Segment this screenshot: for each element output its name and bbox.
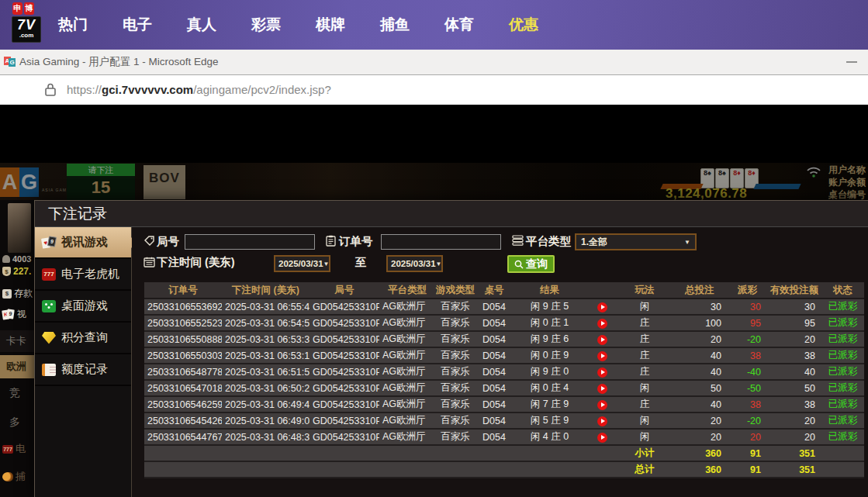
col-bet: 总投注 xyxy=(672,282,728,299)
cell-status: 已派彩 xyxy=(821,347,864,364)
to-label: 至 xyxy=(355,255,367,270)
cell-status: 已派彩 xyxy=(821,396,864,412)
cell-valid: 38 xyxy=(767,396,821,412)
sidebar-item-quota-records[interactable]: 额度记录 xyxy=(35,354,131,386)
cards-icon: ♥9 xyxy=(42,236,56,249)
bet-time-label: 下注时间 (美东) xyxy=(157,255,235,270)
cell-order: 250331065447670 xyxy=(144,429,222,445)
site-logo[interactable]: 申 博 7V .com xyxy=(12,2,41,43)
replay-cell xyxy=(586,347,617,364)
cell-status: 已派彩 xyxy=(821,315,864,331)
cell-valid: 40 xyxy=(767,364,821,380)
sidebar-item-slots[interactable]: 777 电子老虎机 xyxy=(35,259,131,291)
minimize-button[interactable] xyxy=(846,61,857,63)
bet-records-modal: 下注记录 ♥9 视讯游戏 777 电子老虎机 桌面游戏 xyxy=(34,200,868,497)
play-icon[interactable] xyxy=(597,384,607,394)
cell-status: 已派彩 xyxy=(821,299,864,315)
cell-result: 闲 4 庄 0 xyxy=(513,429,586,445)
url-text[interactable]: https://gci.7vvvvvv.com/agingame/pcv2/in… xyxy=(67,75,331,105)
nav-item-slots[interactable]: 电子 xyxy=(123,15,152,35)
nav-item-sports[interactable]: 体育 xyxy=(444,15,474,35)
nav-item-live[interactable]: 真人 xyxy=(187,15,216,35)
cell-game: 百家乐 xyxy=(435,380,475,396)
avatar xyxy=(8,203,31,253)
play-icon[interactable] xyxy=(597,416,607,426)
video-games-row[interactable]: K9 视 xyxy=(2,308,26,321)
cell-table_no: D054 xyxy=(475,429,513,445)
duo-row[interactable]: 多 xyxy=(9,416,20,430)
play-icon[interactable] xyxy=(597,400,607,410)
play-icon[interactable] xyxy=(597,433,607,443)
slot-games-row[interactable]: 777 电 xyxy=(2,442,26,456)
nav-item-board[interactable]: 棋牌 xyxy=(316,15,345,35)
cell-payout: 95 xyxy=(728,315,767,331)
cell-order: 250331065525231 xyxy=(144,315,222,331)
tag-icon xyxy=(144,236,155,247)
cell-game: 百家乐 xyxy=(435,331,475,347)
cell-result: 闲 9 庄 5 xyxy=(513,299,586,315)
order-input[interactable] xyxy=(381,234,501,250)
cell-table_no: D054 xyxy=(475,412,513,429)
col-valid: 有效投注额 xyxy=(767,282,821,299)
cell-time: 2025-03-31 06:49:07 xyxy=(222,412,310,429)
nav-item-lottery[interactable]: 彩票 xyxy=(251,15,281,35)
nav-item-promo[interactable]: 优惠 xyxy=(509,15,538,35)
table-row: 2503310654701802025-03-31 06:50:28GD0542… xyxy=(144,380,864,396)
sidebar-item-points-query[interactable]: 积分查询 xyxy=(35,323,131,354)
total-payout: 91 xyxy=(728,461,767,478)
cell-bet: 40 xyxy=(672,396,728,412)
play-icon[interactable] xyxy=(597,302,607,312)
col-result: 结果 xyxy=(513,282,586,299)
cell-platform: AG欧洲厅 xyxy=(379,299,435,315)
subtotal-row: 小计 360 91 351 xyxy=(144,445,864,461)
col-game: 游戏类型 xyxy=(435,282,475,299)
play-icon[interactable] xyxy=(597,368,607,378)
cell-platform: AG欧洲厅 xyxy=(379,380,435,396)
window-title: Asia Gaming - 用户配置 1 - Microsoft Edge xyxy=(19,50,219,74)
logo-badge-1: 申 xyxy=(12,2,22,15)
europe-hall-row[interactable]: 欧洲 xyxy=(0,355,34,378)
cell-result: 闲 7 庄 9 xyxy=(513,396,586,412)
date-to-select[interactable]: 2025/03/31 ▼ xyxy=(386,255,443,272)
cell-table_no: D054 xyxy=(475,396,513,412)
sidebar-item-table-games[interactable]: 桌面游戏 xyxy=(35,291,131,323)
play-icon[interactable] xyxy=(597,335,607,345)
cell-time: 2025-03-31 06:50:28 xyxy=(222,380,310,396)
round-input[interactable] xyxy=(185,234,315,250)
cell-platform: AG欧洲厅 xyxy=(379,364,435,380)
dice-icon xyxy=(42,300,56,312)
search-button[interactable]: 查询 xyxy=(507,255,555,273)
sidebar-item-video-games[interactable]: ♥9 视讯游戏 xyxy=(35,227,131,259)
cell-order: 250331065503036 xyxy=(144,347,222,364)
cell-time: 2025-03-31 06:55:47 xyxy=(222,299,310,315)
col-order: 订单号 xyxy=(144,282,222,299)
total-row: 总计 360 91 351 xyxy=(144,461,864,478)
cell-result: 闲 9 庄 6 xyxy=(513,331,586,347)
cell-game: 百家乐 xyxy=(435,412,475,429)
order-label: 订单号 xyxy=(339,234,373,249)
play-icon[interactable] xyxy=(597,351,607,361)
platform-type-select[interactable]: 1.全部 ▼ xyxy=(575,233,697,250)
jing-row[interactable]: 竞 xyxy=(9,386,20,400)
modal-header: 下注记录 xyxy=(35,201,868,227)
fishing-row[interactable]: 捕 xyxy=(2,470,26,484)
url-bar[interactable]: https://gci.7vvvvvv.com/agingame/pcv2/in… xyxy=(0,75,868,106)
chevron-down-icon: ▼ xyxy=(684,239,690,246)
slot-777-icon: 777 xyxy=(2,445,13,454)
date-from-select[interactable]: 2025/03/31 ▼ xyxy=(274,255,330,272)
nav-item-fishing[interactable]: 捕鱼 xyxy=(380,15,410,35)
cell-result: 闲 0 庄 1 xyxy=(513,315,586,331)
nav-item-hot[interactable]: 热门 xyxy=(58,15,88,35)
kaka-row[interactable]: 卡卡 xyxy=(0,330,34,352)
cell-bet: 50 xyxy=(672,380,728,396)
play-icon[interactable] xyxy=(597,319,607,329)
table-row: 2503310654625962025-03-31 06:49:49GD0542… xyxy=(144,396,864,412)
cell-round: GD054253310P9 xyxy=(310,380,379,396)
modal-title: 下注记录 xyxy=(35,201,868,226)
money-bag-icon: $ xyxy=(2,267,11,276)
user-id-row: 4003 xyxy=(2,254,31,264)
table-row: 2503310655030362025-03-31 06:53:10GD0542… xyxy=(144,347,864,364)
deposit-row[interactable]: $ 存款 xyxy=(2,287,33,300)
cell-time: 2025-03-31 06:51:54 xyxy=(222,364,310,380)
person-icon xyxy=(2,255,10,263)
